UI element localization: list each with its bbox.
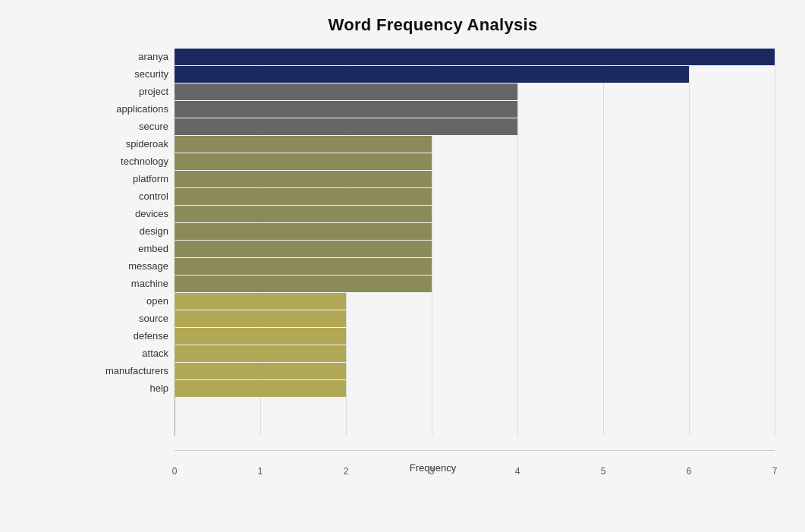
bar-fill (175, 293, 346, 310)
bar-fill (175, 310, 346, 327)
bar-fill (175, 328, 346, 345)
bar-label: control (91, 188, 168, 205)
bar-fill (175, 171, 432, 187)
x-axis-title: Frequency (91, 462, 775, 474)
bar-fill (175, 83, 517, 100)
bar-fill (175, 136, 432, 153)
bar-label: attack (91, 345, 168, 362)
bar-label: machine (91, 275, 168, 292)
chart-area: aranyasecurityprojectapplicationssecures… (91, 49, 775, 474)
bar-fill (175, 206, 432, 222)
bar-label: applications (91, 101, 168, 118)
chart-title: Word Frequency Analysis (91, 15, 775, 35)
bar-fill (175, 188, 432, 205)
bar-fill (175, 241, 432, 257)
bar-fill (175, 49, 775, 65)
bar-label: manufacturers (91, 363, 168, 379)
chart-container: Word Frequency Analysis aranyasecuritypr… (0, 0, 805, 532)
bar-label: design (91, 223, 168, 240)
bar-label: source (91, 310, 168, 327)
bar-fill (175, 345, 346, 362)
bar-label: aranya (91, 49, 168, 65)
bar-label: technology (91, 153, 168, 170)
bar-fill (175, 275, 432, 292)
x-axis (175, 450, 775, 451)
bar-label: defense (91, 328, 168, 345)
bar-fill (175, 258, 432, 275)
bar-label: platform (91, 171, 168, 187)
bar-label: spideroak (91, 136, 168, 153)
bar-fill (175, 363, 346, 379)
bar-label: embed (91, 241, 168, 257)
bar-fill (175, 153, 432, 170)
bar-fill (175, 66, 689, 83)
labels-container: aranyasecurityprojectapplicationssecures… (91, 49, 175, 436)
grid-line (775, 49, 775, 436)
bar-fill (175, 380, 346, 397)
bar-label: help (91, 380, 168, 397)
bar-fill (175, 223, 432, 240)
bar-fill (175, 101, 517, 118)
bar-fill (175, 118, 517, 135)
bars-container (175, 49, 775, 436)
bar-label: project (91, 83, 168, 100)
bar-label: security (91, 66, 168, 83)
bar-label: devices (91, 206, 168, 222)
bar-label: message (91, 258, 168, 275)
bar-label: open (91, 293, 168, 310)
bar-label: secure (91, 118, 168, 135)
